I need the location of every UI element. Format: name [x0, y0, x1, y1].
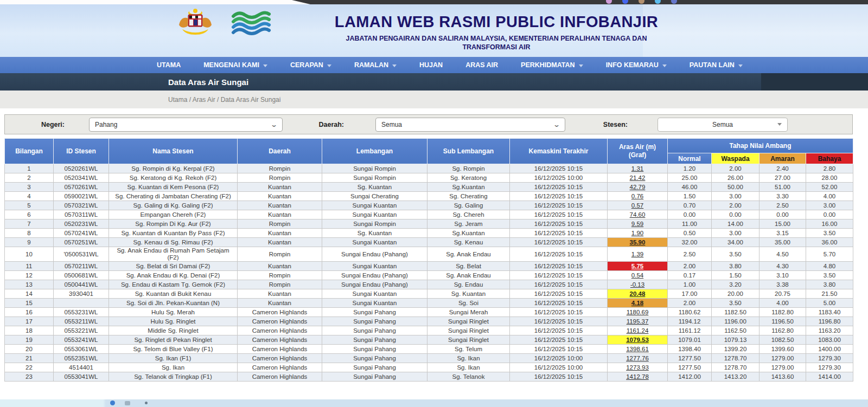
- cell-amaran-val: 1162.80: [760, 326, 806, 335]
- negeri-select[interactable]: Pahang ⌄: [89, 118, 283, 132]
- nav-item-aras-air[interactable]: ARAS AIR: [454, 57, 509, 73]
- cell-bahaya-val: 5.00: [806, 299, 853, 308]
- cell-normal: 1.20: [668, 164, 712, 173]
- aras-air-graf-link[interactable]: 0.76: [631, 193, 643, 199]
- cell-bilangan: 5: [5, 201, 54, 210]
- river-data-table-wrap: Bilangan ID Stesen Nama Stesen Daerah Le…: [4, 138, 853, 382]
- cell-sub-lembangan: Sungai Ringlet: [427, 317, 510, 326]
- aras-air-graf-link[interactable]: 35.90: [630, 239, 646, 246]
- nav-item-label: INFO KEMARAU: [606, 61, 659, 69]
- river-table-body: 10520261WLSg. Rompin di Kg. Kerpal (F2)R…: [5, 164, 853, 382]
- cell-waspada-val: 1278.70: [712, 354, 760, 363]
- cell-waspada-val: 3.80: [712, 262, 760, 271]
- widget-square-icon[interactable]: [125, 401, 130, 405]
- aras-air-graf-link[interactable]: 1195.37: [627, 318, 649, 325]
- nav-item-hujan[interactable]: HUJAN: [408, 57, 454, 73]
- aras-air-graf-link[interactable]: 1161.24: [627, 327, 649, 334]
- cell-id-stesen: 0553241WL: [54, 335, 109, 345]
- aras-air-graf-link[interactable]: 1.39: [631, 251, 643, 257]
- aras-air-graf-link[interactable]: 1273.93: [626, 364, 649, 371]
- cell-kemaskini: 16/12/2025 10:15: [510, 308, 608, 317]
- cell-waspada-val: 34.00: [712, 238, 760, 247]
- col-header-id-stesen: ID Stesen: [54, 139, 109, 164]
- cell-waspada-val: 1182.50: [712, 308, 760, 317]
- aras-air-graf-link[interactable]: 21.42: [630, 175, 646, 181]
- nav-item-label: PERKHIDMATAN: [521, 61, 575, 69]
- nav-item-utama[interactable]: UTAMA: [145, 57, 192, 73]
- cell-daerah: Cameron Highlands: [238, 326, 322, 335]
- cell-aras-air: 1398.61: [608, 345, 668, 354]
- nav-item-pautan-lain[interactable]: PAUTAN LAIN: [678, 57, 754, 73]
- site-subtitle: JABATAN PENGAIRAN DAN SALIRAN MALAYSIA, …: [328, 35, 665, 51]
- cell-daerah: Kuantan: [238, 299, 322, 308]
- cell-kemaskini: 16/12/2025 10:15: [510, 247, 608, 262]
- cell-sub-lembangan: Sg. Rompin: [427, 164, 510, 173]
- aras-air-graf-link[interactable]: 9.59: [631, 221, 643, 227]
- malaysia-coat-of-arms-logo: [174, 8, 217, 41]
- cell-lembangan: Sungai Pahang: [322, 345, 427, 354]
- cell-bahaya-val: 4.80: [806, 262, 853, 271]
- aras-air-graf-link[interactable]: 1.31: [631, 165, 643, 172]
- stesen-select[interactable]: Semua: [658, 118, 788, 132]
- nav-item-ramalan[interactable]: RAMALAN: [343, 57, 408, 73]
- aras-air-graf-link[interactable]: 1180.69: [627, 309, 649, 315]
- nav-item-info-kemarau[interactable]: INFO KEMARAU: [595, 57, 678, 73]
- aras-air-graf-link[interactable]: 0.54: [631, 272, 643, 279]
- cell-lembangan: Sungai Endau (Pahang): [322, 280, 427, 289]
- cell-aras-air: 1273.93: [608, 363, 668, 372]
- breadcrumb[interactable]: Utama / Aras Air / Data Aras Air Sungai: [168, 96, 280, 104]
- cell-sub-lembangan: Sg. Ikan: [427, 363, 510, 372]
- aras-air-graf-link[interactable]: 20.48: [630, 290, 646, 297]
- aras-air-graf-link[interactable]: 4.18: [631, 300, 643, 306]
- cell-normal: 1398.40: [668, 345, 712, 354]
- aras-air-graf-link[interactable]: 0.57: [631, 202, 643, 209]
- aras-air-graf-link[interactable]: 1398.61: [626, 346, 649, 352]
- cell-lembangan: Sungai Cherating: [322, 192, 427, 201]
- cell-aras-air: 1079.53: [608, 335, 668, 345]
- aras-air-graf-link[interactable]: 5.75: [631, 263, 643, 269]
- stesen-select-value: Semua: [712, 121, 733, 128]
- table-row: 80570241WLSg. Kuantan di Kuantan By Pass…: [5, 229, 853, 238]
- chevron-down-icon: [392, 64, 397, 67]
- widget-circle-icon[interactable]: [110, 400, 115, 405]
- negeri-label: Negeri:: [33, 121, 65, 128]
- daerah-select[interactable]: Semua ⌄: [375, 118, 565, 132]
- filter-panel: Negeri: Pahang ⌄ Daerah: Semua ⌄ Stesen:…: [4, 114, 853, 134]
- cell-bilangan: 21: [5, 354, 54, 363]
- cell-aras-air: 1412.78: [608, 372, 668, 382]
- cell-bahaya-val: 1400.00: [806, 345, 853, 354]
- cell-bahaya-val: 3.50: [806, 229, 853, 238]
- aras-air-graf-link[interactable]: -0.13: [630, 281, 644, 288]
- aras-air-graf-link[interactable]: 74.60: [630, 211, 646, 218]
- cell-normal: 25.00: [668, 173, 712, 183]
- col-header-normal: Normal: [668, 153, 712, 164]
- cell-nama-stesen: Sg. Keratong di Kg. Rekoh (F2): [109, 173, 238, 183]
- cell-waspada-val: 1162.50: [712, 326, 760, 335]
- cell-nama-stesen: Sg. Anak Endau di Rumah Pam Setajam (F2): [109, 247, 238, 262]
- cell-kemaskini: 16/12/2025 10:15: [510, 317, 608, 326]
- cell-amaran-val: 51.00: [760, 183, 806, 192]
- cell-nama-stesen: Empangan Chereh (F2): [109, 210, 238, 219]
- nav-item-cerapan[interactable]: CERAPAN: [279, 57, 343, 73]
- table-row: 143930401Sg. Kuantan di Bukit KenauKuant…: [5, 289, 853, 299]
- aras-air-graf-link[interactable]: 1277.76: [626, 355, 649, 361]
- cell-id-stesen: 0520341WL: [54, 173, 109, 183]
- main-nav: UTAMAMENGENAI KAMICERAPANRAMALANHUJANARA…: [0, 57, 868, 73]
- cell-lembangan: Sungai Pahang: [322, 317, 427, 326]
- cell-daerah: Kuantan: [238, 210, 322, 219]
- cell-id-stesen: 0570321WL: [54, 201, 109, 210]
- river-data-table: Bilangan ID Stesen Nama Stesen Daerah Le…: [4, 138, 853, 382]
- cell-daerah: Rompin: [238, 164, 322, 173]
- widget-dot-icon: [145, 402, 148, 404]
- aras-air-graf-link[interactable]: 42.79: [630, 184, 646, 190]
- aras-air-graf-link[interactable]: 1079.53: [626, 337, 649, 343]
- cell-amaran-val: 35.00: [760, 238, 806, 247]
- aras-air-graf-link[interactable]: 1412.78: [626, 373, 649, 380]
- aras-air-graf-link[interactable]: 1.90: [631, 230, 643, 236]
- cell-waspada-val: 1399.20: [712, 345, 760, 354]
- cell-normal: 0.50: [668, 229, 712, 238]
- cell-lembangan: Sungai Pahang: [322, 363, 427, 372]
- nav-item-mengenai-kami[interactable]: MENGENAI KAMI: [192, 57, 279, 73]
- nav-item-perkhidmatan[interactable]: PERKHIDMATAN: [509, 57, 595, 73]
- cell-bilangan: 14: [5, 289, 54, 299]
